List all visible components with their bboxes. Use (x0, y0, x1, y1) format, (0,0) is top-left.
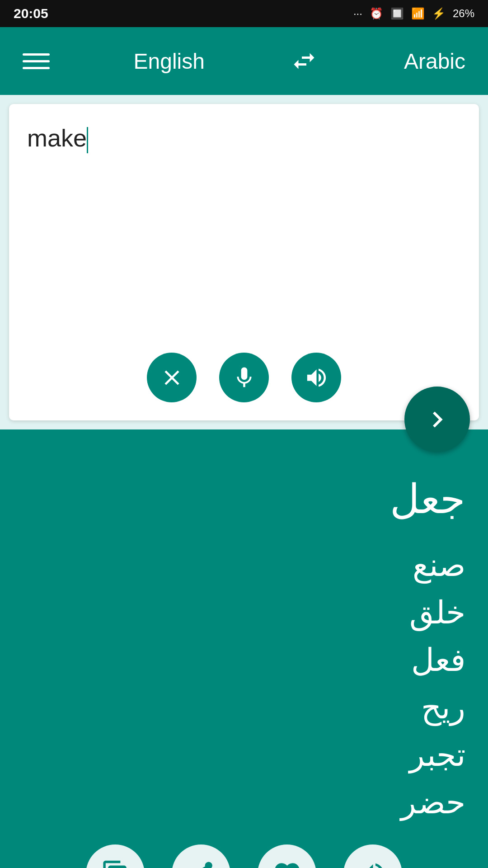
more-icon: ··· (353, 7, 362, 20)
input-actions (27, 344, 461, 402)
input-section: make (9, 104, 479, 420)
navbar: English Arabic (0, 27, 488, 95)
text-cursor (87, 127, 88, 153)
battery-level: 26% (453, 7, 474, 20)
menu-button[interactable] (23, 53, 50, 69)
clear-button[interactable] (147, 353, 197, 402)
output-alternatives: صنع خلق فعل ريح تجبر حضر (401, 542, 465, 826)
output-text-container: جعل صنع خلق فعل ريح تجبر حضر (23, 448, 465, 826)
favorite-button[interactable] (258, 844, 316, 868)
status-bar: 20:05 ··· ⏰ 🔲 📶 ⚡ 26% (0, 0, 488, 27)
output-section: جعل صنع خلق فعل ريح تجبر حضر (0, 429, 488, 868)
alt-word-6: حضر (401, 779, 465, 826)
alt-word-2: خلق (401, 589, 465, 637)
output-main-translation: جعل (390, 475, 465, 524)
signal-icon: 📶 (411, 7, 425, 20)
target-language[interactable]: Arabic (404, 49, 465, 74)
input-text-display[interactable]: make (27, 122, 461, 154)
alt-word-1: صنع (401, 542, 465, 589)
copy-button[interactable] (86, 844, 145, 868)
share-button[interactable] (172, 844, 230, 868)
source-language[interactable]: English (134, 49, 205, 74)
swap-languages-button[interactable] (288, 45, 320, 77)
status-time: 20:05 (14, 6, 48, 21)
microphone-button[interactable] (219, 353, 269, 402)
sim-icon: 🔲 (390, 7, 404, 20)
output-actions (23, 826, 465, 868)
translate-button[interactable] (404, 387, 470, 452)
alt-word-4: ريح (401, 684, 465, 731)
alarm-icon: ⏰ (370, 7, 383, 20)
content-wrapper: make (0, 95, 488, 868)
status-icons: ··· ⏰ 🔲 📶 ⚡ 26% (353, 7, 474, 20)
speak-output-button[interactable] (343, 844, 402, 868)
speak-input-button[interactable] (291, 353, 341, 402)
input-text-value: make (27, 124, 87, 151)
alt-word-5: تجبر (401, 731, 465, 779)
alt-word-3: فعل (401, 637, 465, 684)
charging-icon: ⚡ (432, 7, 446, 20)
